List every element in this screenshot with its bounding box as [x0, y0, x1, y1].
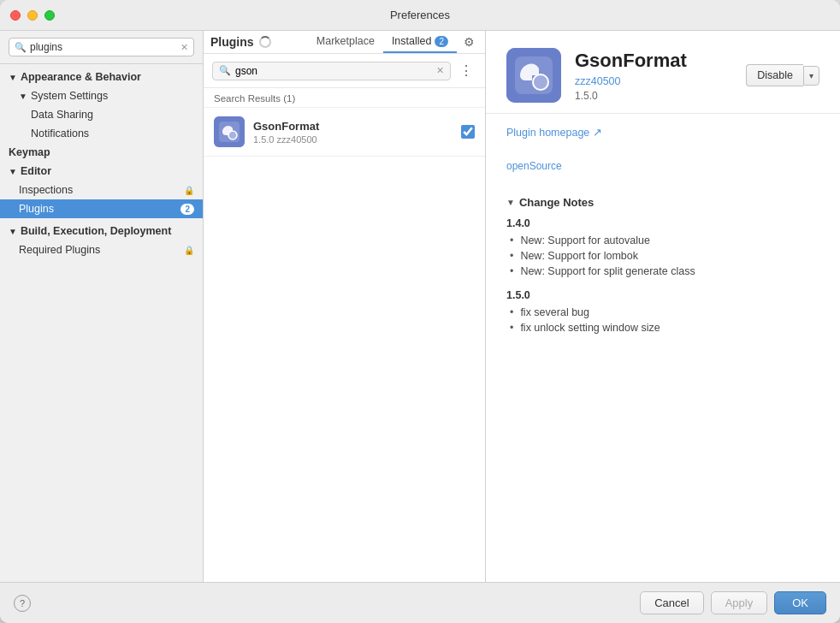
- search-icon: 🔍: [15, 42, 27, 53]
- plugin-search-row: 🔍 ✕ ⋮: [204, 54, 485, 88]
- disable-button[interactable]: Disable: [746, 64, 803, 86]
- sidebar-item-label: Keymap: [9, 146, 50, 158]
- chevron-down-icon: ▼: [9, 73, 17, 82]
- minimize-button[interactable]: [27, 10, 38, 21]
- sidebar-item-inspections[interactable]: Inspections 🔒: [0, 181, 203, 199]
- change-notes-header[interactable]: ▼ Change Notes: [506, 196, 819, 209]
- plugin-detail-body: Plugin homepage ↗ openSource ▼ Change No…: [486, 114, 840, 582]
- sidebar-tree: ▼ Appearance & Behavior ▼ System Setting…: [0, 64, 203, 582]
- change-item: fix several bug: [506, 306, 819, 318]
- right-panel: GsonFormat zzz40500 1.5.0 Disable ▾ Plug…: [486, 31, 840, 582]
- sidebar-item-keymap[interactable]: Keymap: [0, 143, 203, 162]
- sidebar-item-label: Editor: [21, 165, 51, 177]
- disable-button-group: Disable ▾: [746, 64, 819, 86]
- maximize-button[interactable]: [44, 10, 55, 21]
- plugin-large-icon-svg: [506, 48, 561, 103]
- ok-button[interactable]: OK: [774, 591, 826, 614]
- plugin-name: GsonFormat: [253, 120, 453, 133]
- sidebar-item-label: Required Plugins: [19, 244, 100, 256]
- bottom-bar: ? Cancel Apply OK: [0, 582, 840, 623]
- svg-point-5: [533, 74, 548, 90]
- more-options-icon[interactable]: ⋮: [456, 61, 476, 80]
- sidebar-item-system-settings[interactable]: ▼ System Settings: [0, 86, 203, 105]
- plugin-homepage-link[interactable]: Plugin homepage ↗: [506, 126, 602, 139]
- titlebar: Preferences: [0, 0, 840, 31]
- change-item: New: Support for lombok: [506, 250, 819, 262]
- lock-icon: 🔒: [184, 246, 194, 255]
- plugin-list: GsonFormat 1.5.0 zzz40500: [204, 108, 485, 582]
- plugin-detail-info: GsonFormat zzz40500 1.5.0: [575, 50, 732, 102]
- disable-dropdown-arrow[interactable]: ▾: [803, 66, 819, 86]
- search-results-label: Search Results (1): [204, 88, 485, 108]
- svg-point-2: [228, 131, 237, 139]
- sidebar-item-required-plugins[interactable]: Required Plugins 🔒: [0, 240, 203, 259]
- sidebar-item-editor[interactable]: ▼ Editor: [0, 162, 203, 181]
- search-icon: 🔍: [219, 65, 231, 76]
- version-label: 1.4.0: [506, 217, 819, 229]
- plugins-badge: 2: [180, 204, 194, 215]
- sidebar-search-box: 🔍 ✕: [0, 31, 203, 64]
- change-item: New: Support for split generate class: [506, 265, 819, 277]
- tab-installed[interactable]: Installed 2: [383, 31, 457, 53]
- panel-tabs-row: Plugins Marketplace Installed 2 ⚙: [204, 31, 485, 54]
- plugin-icon-svg: [214, 116, 245, 147]
- version-block-150: 1.5.0 fix several bug fix unlock setting…: [506, 289, 819, 334]
- preferences-window: Preferences 🔍 ✕ ▼ Appearance & Behavior …: [0, 0, 840, 623]
- change-item: fix unlock setting window size: [506, 322, 819, 334]
- change-notes-section: ▼ Change Notes 1.4.0 New: Support for au…: [506, 196, 819, 334]
- cancel-button[interactable]: Cancel: [640, 591, 703, 614]
- chevron-down-icon: ▼: [9, 227, 17, 236]
- clear-icon[interactable]: ✕: [180, 42, 188, 53]
- plugin-detail-version: 1.5.0: [575, 90, 732, 102]
- sidebar-item-appearance-behavior[interactable]: ▼ Appearance & Behavior: [0, 68, 203, 86]
- plugin-detail-name: GsonFormat: [575, 50, 732, 72]
- lock-icon: 🔒: [184, 186, 194, 195]
- sidebar-item-notifications[interactable]: Notifications: [0, 124, 203, 143]
- sidebar-item-data-sharing[interactable]: Data Sharing: [0, 105, 203, 124]
- tab-marketplace[interactable]: Marketplace: [308, 31, 383, 53]
- sidebar: 🔍 ✕ ▼ Appearance & Behavior ▼ System Set…: [0, 31, 204, 582]
- change-notes-label: Change Notes: [519, 196, 594, 209]
- plugin-detail-author[interactable]: zzz40500: [575, 75, 732, 87]
- plugin-search-wrap[interactable]: 🔍 ✕: [212, 62, 451, 80]
- installed-tab-badge: 2: [435, 36, 448, 47]
- plugin-meta: 1.5.0 zzz40500: [253, 134, 453, 145]
- loading-spinner: [259, 36, 271, 48]
- version-label: 1.5.0: [506, 289, 819, 301]
- plugin-search-input[interactable]: [235, 65, 432, 77]
- change-item: New: Support for autovalue: [506, 234, 819, 246]
- sidebar-search-input[interactable]: [30, 41, 177, 53]
- close-button[interactable]: [10, 10, 21, 21]
- sidebar-item-label: Appearance & Behavior: [21, 71, 141, 83]
- gear-icon[interactable]: ⚙: [460, 32, 478, 52]
- plugin-info: GsonFormat 1.5.0 zzz40500: [253, 120, 453, 145]
- bottom-buttons: Cancel Apply OK: [640, 591, 826, 614]
- sidebar-item-label: Notifications: [31, 128, 89, 139]
- panel-title: Plugins: [210, 35, 254, 49]
- opensource-tag[interactable]: openSource: [506, 160, 562, 172]
- sidebar-item-label: Plugins: [19, 203, 54, 215]
- plugin-icon: [214, 116, 245, 147]
- clear-search-icon[interactable]: ✕: [436, 65, 444, 76]
- sidebar-item-build-exec-deploy[interactable]: ▼ Build, Execution, Deployment: [0, 222, 203, 240]
- main-content: 🔍 ✕ ▼ Appearance & Behavior ▼ System Set…: [0, 31, 840, 582]
- center-panel: Plugins Marketplace Installed 2 ⚙ 🔍: [204, 31, 486, 582]
- sidebar-search-wrap[interactable]: 🔍 ✕: [9, 38, 194, 56]
- chevron-down-icon: ▼: [19, 92, 27, 101]
- sidebar-item-label: System Settings: [31, 90, 108, 102]
- plugin-enabled-checkbox[interactable]: [461, 125, 475, 139]
- sidebar-item-plugins[interactable]: Plugins 2: [0, 199, 203, 218]
- version-block-140: 1.4.0 New: Support for autovalue New: Su…: [506, 217, 819, 277]
- plugin-detail-header: GsonFormat zzz40500 1.5.0 Disable ▾: [486, 31, 840, 114]
- chevron-down-icon: ▼: [9, 167, 17, 176]
- sidebar-item-label: Build, Execution, Deployment: [21, 225, 171, 237]
- chevron-down-icon: ▼: [506, 198, 515, 207]
- window-title: Preferences: [390, 9, 450, 21]
- sidebar-item-label: Data Sharing: [31, 109, 93, 121]
- plugin-large-icon: [506, 48, 561, 103]
- traffic-lights: [10, 10, 55, 21]
- apply-button[interactable]: Apply: [711, 591, 768, 614]
- sidebar-item-label: Inspections: [19, 184, 73, 196]
- plugin-list-item[interactable]: GsonFormat 1.5.0 zzz40500: [204, 108, 485, 157]
- help-button[interactable]: ?: [14, 595, 31, 612]
